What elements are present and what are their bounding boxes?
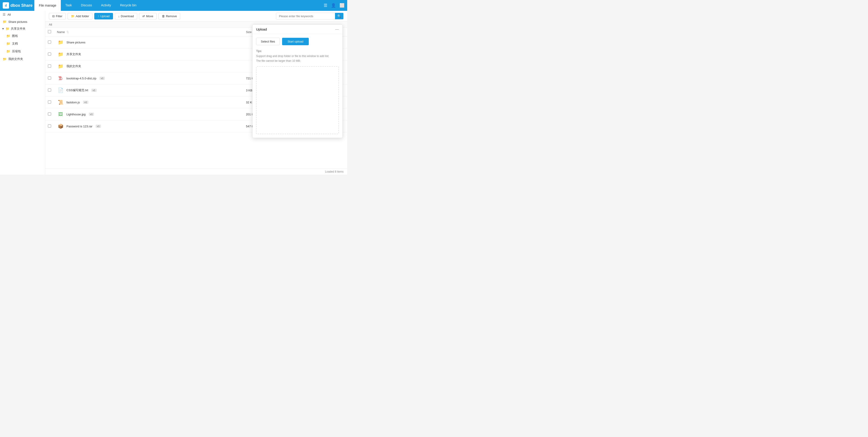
sidebar-item-documents[interactable]: 📁 文档 bbox=[0, 40, 45, 48]
top-nav: d dbox Share File manage Task Discuss Ac… bbox=[0, 0, 347, 11]
dialog-actions: Select files Start upload bbox=[256, 38, 339, 45]
sidebar-item-compressed[interactable]: 📁 压缩包 bbox=[0, 48, 45, 55]
search-button[interactable]: 🔍 bbox=[335, 13, 343, 19]
file-type-icon: 🗜 bbox=[57, 75, 64, 82]
file-type-icon: 📜 bbox=[57, 98, 64, 106]
file-type-icon: 📄 bbox=[57, 87, 64, 94]
row-checkbox[interactable] bbox=[48, 40, 51, 43]
name-column-header: Name ⇅ bbox=[54, 28, 243, 36]
download-button[interactable]: ↓ Download bbox=[115, 13, 137, 20]
sidebar-item-label-drawings: 图纸 bbox=[12, 34, 18, 38]
tips-line2: The file cannot be larger than 10 MB; bbox=[256, 59, 301, 62]
folder-icon-my: 📁 bbox=[3, 57, 6, 61]
row-checkbox[interactable] bbox=[48, 100, 51, 104]
row-checkbox[interactable] bbox=[48, 112, 51, 116]
start-upload-button[interactable]: Start upload bbox=[282, 38, 309, 45]
row-name-cell: 📜 fastdom.js v1 bbox=[54, 96, 243, 108]
file-name: Share pictures bbox=[66, 41, 86, 44]
sidebar-item-label-my-folder: 我的文件夹 bbox=[8, 57, 23, 61]
file-name: 我的文件夹 bbox=[66, 64, 81, 68]
logo: d dbox Share bbox=[3, 2, 33, 8]
folder-icon-shared: 📁 bbox=[6, 27, 9, 31]
content-area: ⊟ Filter 📁 Add folder ↑ Upload ↓ Downloa… bbox=[45, 11, 347, 175]
row-checkbox-cell bbox=[45, 36, 54, 49]
row-checkbox-cell bbox=[45, 96, 54, 108]
logout-icon[interactable]: ⬜ bbox=[340, 3, 344, 8]
row-name-cell: 📦 Password is 123.rar v1 bbox=[54, 120, 243, 132]
file-type-icon: 🖼 bbox=[57, 111, 64, 118]
sidebar-section-label: 共享文件夹 bbox=[11, 27, 26, 31]
folder-icon-documents: 📁 bbox=[6, 42, 10, 46]
nav-tab-file-manage[interactable]: File manage bbox=[34, 0, 61, 11]
move-icon: ⇄ bbox=[143, 14, 145, 18]
row-checkbox-cell bbox=[45, 120, 54, 132]
sidebar-item-label-compressed: 压缩包 bbox=[12, 49, 21, 53]
tips-line1: Support drag and drop folder or file to … bbox=[256, 55, 329, 58]
expand-icon-shared: ▼ bbox=[2, 27, 4, 30]
row-checkbox[interactable] bbox=[48, 53, 51, 56]
dialog-close-button[interactable]: — bbox=[335, 28, 339, 31]
sort-icon[interactable]: ⇅ bbox=[66, 30, 69, 34]
file-name: fastdom.js bbox=[66, 101, 80, 104]
row-name-cell: 🗜 bootstrap-4.5.0-dist.zip v1 bbox=[54, 72, 243, 84]
sidebar-item-label-documents: 文档 bbox=[12, 41, 18, 46]
nav-tab-recycle-bin[interactable]: Recycle bin bbox=[116, 0, 141, 11]
file-name: 共享文件夹 bbox=[66, 52, 81, 56]
file-name: Password is 123.rar bbox=[66, 125, 92, 128]
sidebar-item-label-all: All bbox=[7, 13, 11, 16]
row-checkbox[interactable] bbox=[48, 88, 51, 92]
row-checkbox[interactable] bbox=[48, 77, 51, 80]
sidebar: ☰ All 📁 Share pictures ▼ 📁 共享文件夹 📁 图纸 📁 … bbox=[0, 11, 45, 175]
file-name: bootstrap-4.5.0-dist.zip bbox=[66, 77, 96, 80]
file-name: CSS编写规范.txt bbox=[66, 88, 88, 92]
toolbar: ⊟ Filter 📁 Add folder ↑ Upload ↓ Downloa… bbox=[45, 11, 347, 22]
dialog-title: Upload bbox=[256, 27, 267, 31]
sidebar-item-drawings[interactable]: 📁 图纸 bbox=[0, 32, 45, 40]
select-all-header bbox=[45, 28, 54, 36]
select-files-button[interactable]: Select files bbox=[256, 38, 280, 45]
move-button[interactable]: ⇄ Move bbox=[139, 13, 157, 20]
remove-button[interactable]: 🗑 Remove bbox=[158, 13, 180, 20]
nav-tab-activity[interactable]: Activity bbox=[96, 0, 116, 11]
upload-drop-area[interactable] bbox=[256, 66, 339, 134]
folder-icon-share: 📁 bbox=[3, 20, 6, 24]
sidebar-item-share-pictures[interactable]: 📁 Share pictures bbox=[0, 18, 45, 25]
row-name-cell: 📁 我的文件夹 bbox=[54, 60, 243, 72]
row-name-cell: 📄 CSS编写规范.txt v1 bbox=[54, 84, 243, 96]
row-checkbox[interactable] bbox=[48, 64, 51, 68]
menu-icon[interactable]: ☰ bbox=[324, 3, 327, 8]
sidebar-item-all[interactable]: ☰ All bbox=[0, 11, 45, 18]
nav-tab-task[interactable]: Task bbox=[61, 0, 76, 11]
sidebar-section-shared-folder[interactable]: ▼ 📁 共享文件夹 bbox=[0, 25, 45, 32]
dialog-body: Select files Start upload Tips: Support … bbox=[252, 34, 342, 138]
select-all-checkbox[interactable] bbox=[48, 30, 51, 33]
main-layout: ☰ All 📁 Share pictures ▼ 📁 共享文件夹 📁 图纸 📁 … bbox=[0, 11, 347, 175]
filter-icon: ⊟ bbox=[52, 14, 55, 18]
dialog-tips: Tips: Support drag and drop folder or fi… bbox=[256, 49, 339, 63]
sidebar-item-my-folder[interactable]: 📁 我的文件夹 bbox=[0, 55, 45, 63]
folder-icon-drawings: 📁 bbox=[6, 34, 10, 38]
all-icon: ☰ bbox=[3, 13, 6, 16]
row-name-cell: 📁 共享文件夹 bbox=[54, 49, 243, 60]
row-checkbox-cell bbox=[45, 60, 54, 72]
upload-button[interactable]: ↑ Upload bbox=[94, 13, 113, 20]
logo-text: dbox Share bbox=[10, 3, 33, 8]
upload-dialog: Upload — Select files Start upload Tips:… bbox=[252, 24, 343, 138]
sidebar-item-label-share-pictures: Share pictures bbox=[8, 20, 27, 24]
search-input[interactable] bbox=[276, 13, 335, 19]
row-name-cell: 📁 Share pictures bbox=[54, 36, 243, 49]
filter-button[interactable]: ⊟ Filter bbox=[49, 13, 66, 20]
add-folder-button[interactable]: 📁 Add folder bbox=[68, 13, 92, 20]
file-name: Lighthouse.jpg bbox=[66, 113, 86, 116]
row-checkbox-cell bbox=[45, 108, 54, 120]
logo-icon: d bbox=[3, 2, 9, 8]
row-checkbox-cell bbox=[45, 49, 54, 60]
status-bar: Loaded 8 items bbox=[45, 169, 347, 175]
add-folder-icon: 📁 bbox=[71, 14, 74, 18]
search-box: 🔍 bbox=[276, 13, 344, 20]
row-checkbox[interactable] bbox=[48, 124, 51, 127]
row-checkbox-cell bbox=[45, 72, 54, 84]
nav-tab-discuss[interactable]: Discuss bbox=[76, 0, 96, 11]
user-icon[interactable]: 👤 bbox=[331, 3, 336, 8]
nav-right: ☰ 👤 ⬜ bbox=[324, 3, 344, 8]
